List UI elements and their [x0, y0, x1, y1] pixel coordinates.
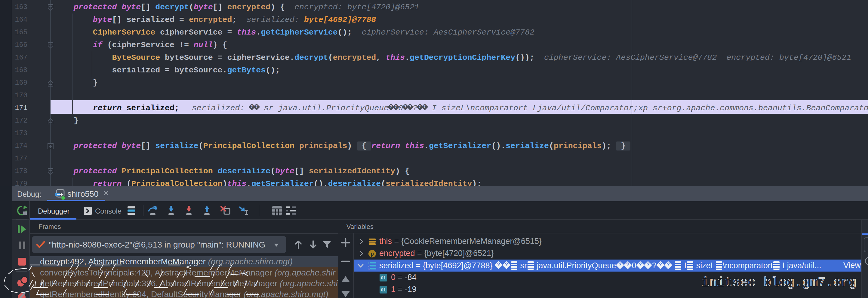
svg-text:p: p — [371, 251, 374, 257]
svg-text:01: 01 — [381, 287, 386, 292]
svg-text:01: 01 — [381, 275, 386, 280]
svg-text:3: 3 — [368, 267, 370, 270]
